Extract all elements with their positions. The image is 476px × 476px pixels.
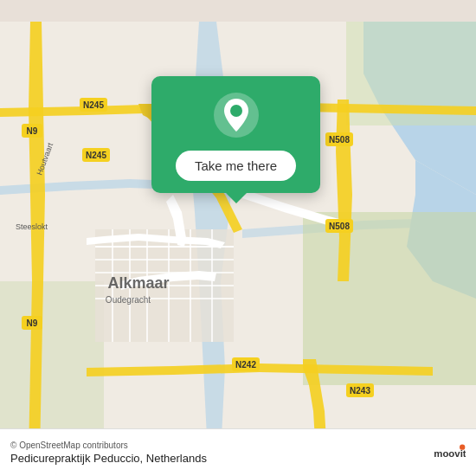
svg-text:Oudegracht: Oudegracht [106,295,151,305]
moovit-icon: moovit [433,436,466,469]
map-background: N9 N9 N245 N245 N242 N243 N508 N508 Alkm… [0,0,476,476]
svg-text:N508: N508 [329,135,350,145]
bottom-bar: © OpenStreetMap contributors Pedicurepra… [0,428,476,476]
marker-card: Take me there [151,76,320,193]
location-pin-icon [213,92,260,138]
svg-point-39 [460,445,465,450]
svg-text:N242: N242 [235,360,256,370]
bottom-left-info: © OpenStreetMap contributors Pedicurepra… [10,441,207,465]
svg-text:N245: N245 [86,151,106,160]
svg-text:Steeslokt: Steeslokt [16,222,48,231]
svg-rect-1 [303,212,476,385]
svg-text:N243: N243 [350,386,370,396]
moovit-logo: moovit [433,436,466,469]
svg-text:N9: N9 [27,126,38,136]
svg-text:N9: N9 [27,318,38,328]
take-me-there-button[interactable]: Take me there [176,151,296,181]
osm-attribution: © OpenStreetMap contributors [10,441,207,450]
map-container: N9 N9 N245 N245 N242 N243 N508 N508 Alkm… [0,0,476,476]
svg-text:N245: N245 [83,100,104,110]
place-name-label: Pedicurepraktijk Peduccio, Netherlands [10,452,207,465]
svg-text:Alkmaar: Alkmaar [107,274,169,292]
svg-point-37 [230,105,242,117]
svg-text:moovit: moovit [434,448,466,459]
svg-text:N508: N508 [329,222,350,231]
